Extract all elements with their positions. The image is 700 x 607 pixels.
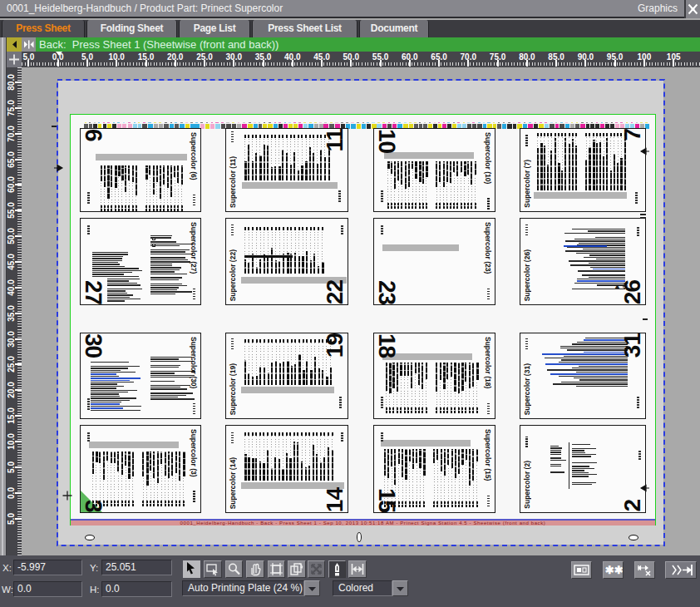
svg-text:✱✱: ✱✱ (605, 564, 623, 576)
